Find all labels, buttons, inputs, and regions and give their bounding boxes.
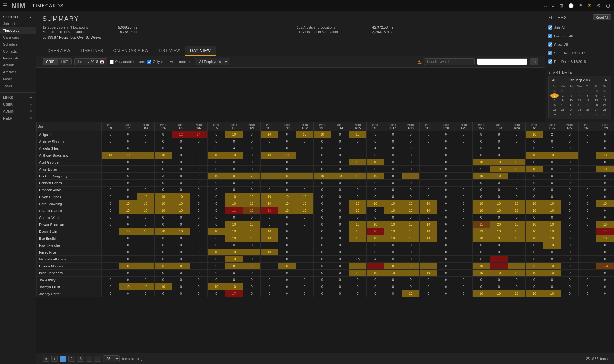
timecard-cell[interactable]: 10	[543, 152, 561, 159]
timecard-cell[interactable]: 0	[490, 152, 508, 159]
timecard-cell[interactable]: 5	[137, 173, 154, 180]
table-row[interactable]: Chanel Krause010101010001113121010001001…	[37, 207, 614, 214]
timecard-cell[interactable]: 10	[349, 270, 367, 277]
timecard-cell[interactable]: 0	[490, 180, 508, 187]
timecard-cell[interactable]: 0	[331, 193, 349, 200]
timecard-cell[interactable]: 10	[278, 207, 296, 214]
timecard-cell[interactable]: 0	[384, 193, 402, 200]
timecard-cell[interactable]: 8	[137, 263, 154, 270]
timecard-cell[interactable]: 0	[561, 228, 578, 235]
timecard-cell[interactable]: 9	[490, 235, 508, 242]
timecard-cell[interactable]: 0	[119, 235, 137, 242]
search-button[interactable]: ⊞	[530, 58, 538, 65]
timecard-cell[interactable]: 0	[473, 187, 490, 193]
timecard-cell[interactable]: 0	[402, 187, 419, 193]
timecard-cell[interactable]: 0	[296, 145, 313, 152]
timecard-cell[interactable]: 10	[508, 221, 526, 228]
timecard-cell[interactable]: 0	[526, 193, 543, 200]
timecard-cell[interactable]: 10	[508, 200, 526, 207]
timecard-cell[interactable]: 0	[155, 221, 172, 228]
timecard-cell[interactable]: 0	[561, 138, 578, 145]
search-input-2[interactable]	[477, 58, 527, 65]
timecard-cell[interactable]: 0	[384, 249, 402, 256]
timecard-cell[interactable]: 0	[419, 249, 437, 256]
timecard-cell[interactable]: 0	[155, 138, 172, 145]
timecard-cell[interactable]: 0	[384, 277, 402, 283]
timecard-cell[interactable]: 0	[137, 242, 154, 249]
tab-calendar-view[interactable]: CALENDAR VIEW	[108, 46, 154, 56]
reset-all-button[interactable]: Reset All	[593, 14, 611, 20]
timecard-cell[interactable]: 0	[331, 270, 349, 277]
timecard-cell[interactable]: 0	[101, 207, 119, 214]
timecard-cell[interactable]: 0	[155, 214, 172, 221]
sidebar-item-tasks[interactable]: Tasks	[0, 82, 36, 89]
timecard-cell[interactable]: 10	[490, 159, 508, 166]
timecard-cell[interactable]: 0	[331, 277, 349, 283]
timecard-cell[interactable]: 0	[561, 256, 578, 263]
timecard-cell[interactable]: 10	[526, 228, 543, 235]
timecard-cell[interactable]: 0	[172, 283, 190, 290]
timecard-cell[interactable]: 0	[596, 256, 614, 263]
timecard-cell[interactable]: 0	[455, 221, 472, 228]
timecard-cell[interactable]: 0	[314, 145, 331, 152]
timecard-cell[interactable]: 8	[384, 173, 402, 180]
timecard-cell[interactable]: 10	[243, 235, 260, 242]
timecard-cell[interactable]: 0	[101, 235, 119, 242]
timecard-cell[interactable]: 0	[578, 138, 596, 145]
timecard-cell[interactable]: 0	[331, 166, 349, 173]
timecard-cell[interactable]: 10	[367, 228, 384, 235]
timecard-cell[interactable]: 0	[296, 283, 313, 290]
timecard-cell[interactable]: 0	[526, 277, 543, 283]
timecard-cell[interactable]: 0	[561, 207, 578, 214]
cal-day[interactable]: 9	[559, 98, 567, 103]
timecard-cell[interactable]: 0	[314, 214, 331, 221]
search-input[interactable]	[424, 58, 475, 65]
timecard-cell[interactable]: 0	[437, 200, 455, 207]
cal-day-1[interactable]: 1	[550, 93, 559, 98]
timecard-cell[interactable]: 0	[155, 159, 172, 166]
timecard-cell[interactable]: 7	[543, 145, 561, 152]
timecard-cell[interactable]: 0	[561, 277, 578, 283]
timecard-cell[interactable]: 0	[137, 290, 154, 297]
timecard-cell[interactable]: 0	[225, 166, 243, 173]
timecard-cell[interactable]: 0	[331, 131, 349, 138]
timecard-cell[interactable]: 0	[543, 138, 561, 145]
timecard-cell[interactable]: 0	[331, 242, 349, 249]
timecard-cell[interactable]: 0	[473, 277, 490, 283]
timecard-cell[interactable]: 0	[243, 283, 260, 290]
timecard-cell[interactable]: 0	[349, 277, 367, 283]
timecard-cell[interactable]: 0	[367, 207, 384, 214]
timecard-cell[interactable]: 0	[596, 249, 614, 256]
timecard-cell[interactable]: 10	[526, 235, 543, 242]
timecard-cell[interactable]: 10	[137, 228, 154, 235]
timecard-cell[interactable]: 0	[243, 166, 260, 173]
timecard-cell[interactable]: 0	[172, 214, 190, 221]
filter-end-date-checkbox[interactable]	[548, 59, 552, 64]
timecard-cell[interactable]: 0	[596, 131, 614, 138]
timecard-cell[interactable]: 10	[526, 270, 543, 277]
timecard-cell[interactable]: 0	[543, 187, 561, 193]
sidebar-links[interactable]: LINKS▼	[0, 94, 36, 101]
timecard-cell[interactable]: 0	[419, 283, 437, 290]
timecard-cell[interactable]: 0	[172, 249, 190, 256]
cal-day[interactable]: 11	[576, 98, 584, 103]
sidebar-item-actuals[interactable]: Actuals	[0, 62, 36, 69]
timecard-cell[interactable]: 10	[543, 221, 561, 228]
timecard-cell[interactable]: 0	[437, 249, 455, 256]
timecard-cell[interactable]: 0	[172, 221, 190, 228]
timecard-cell[interactable]: 9	[225, 173, 243, 180]
timecard-cell[interactable]: 10	[172, 193, 190, 200]
timecard-cell[interactable]: 8	[172, 263, 190, 270]
timecard-cell[interactable]: 0	[137, 277, 154, 283]
timecard-cell[interactable]: 10	[278, 200, 296, 207]
pagination-page-3[interactable]: 3	[77, 356, 84, 362]
timecard-cell[interactable]: 0	[172, 152, 190, 159]
timecard-cell[interactable]: 0	[578, 249, 596, 256]
timecard-cell[interactable]: 0	[314, 290, 331, 297]
timecard-cell[interactable]: 0	[101, 277, 119, 283]
timecard-cell[interactable]: 8	[526, 145, 543, 152]
timecard-cell[interactable]: 0	[526, 283, 543, 290]
timecard-cell[interactable]: 0	[296, 221, 313, 228]
timecard-cell[interactable]: 0	[101, 159, 119, 166]
timecard-cell[interactable]: 0	[243, 256, 260, 263]
